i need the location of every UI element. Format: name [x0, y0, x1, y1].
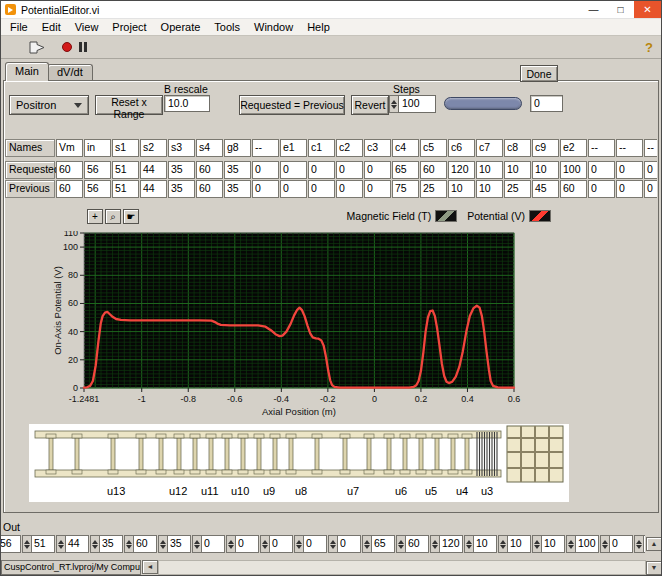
zoom-tool-icon[interactable]: ⌕ — [105, 209, 121, 224]
pan-tool-icon[interactable]: ☛ — [123, 209, 139, 224]
out-cell[interactable]: 56 — [1, 535, 21, 553]
requested-cell[interactable]: 0 — [364, 161, 391, 179]
requested-cell[interactable]: 35 — [168, 161, 195, 179]
out-cell[interactable]: 0 — [634, 535, 645, 553]
spinner-buttons[interactable] — [498, 535, 507, 553]
out-value[interactable]: 60 — [133, 535, 157, 553]
requested-cell[interactable]: 60 — [420, 161, 447, 179]
out-value[interactable]: 65 — [371, 535, 395, 553]
requested-cell[interactable]: 0 — [336, 161, 363, 179]
spinner-buttons[interactable] — [532, 535, 541, 553]
requested-cell[interactable]: 10 — [532, 161, 559, 179]
out-cell[interactable]: 65 — [362, 535, 395, 553]
spinner-buttons[interactable] — [294, 535, 303, 553]
spinner-buttons[interactable] — [600, 535, 609, 553]
steps-value[interactable]: 100 — [398, 95, 436, 113]
spinner-buttons[interactable] — [56, 535, 65, 553]
reset-x-range-button[interactable]: Reset x Range — [95, 95, 163, 115]
out-cell[interactable]: 51 — [22, 535, 55, 553]
out-cell[interactable]: 100 — [566, 535, 599, 553]
requested-cell[interactable]: 35 — [224, 161, 251, 179]
spinner-buttons[interactable] — [90, 535, 99, 553]
menu-item-view[interactable]: View — [68, 19, 106, 35]
out-value[interactable]: 44 — [65, 535, 89, 553]
requested-cell[interactable]: 44 — [140, 161, 167, 179]
out-value[interactable]: 10 — [473, 535, 497, 553]
menu-item-file[interactable]: File — [3, 19, 35, 35]
tab-dvdt[interactable]: dV/dt — [47, 64, 93, 80]
requested-cell[interactable]: 0 — [308, 161, 335, 179]
requested-cell[interactable]: 51 — [112, 161, 139, 179]
requested-cell[interactable]: 10 — [504, 161, 531, 179]
slider-value-input[interactable]: 0 — [530, 95, 563, 112]
scroll-left-button[interactable]: ◄ — [142, 560, 158, 574]
spinner-buttons[interactable] — [158, 535, 167, 553]
out-cell[interactable]: 10 — [498, 535, 531, 553]
spinner-buttons[interactable] — [396, 535, 405, 553]
out-value[interactable]: 56 — [1, 535, 21, 553]
help-icon[interactable]: ? — [645, 40, 653, 55]
spinner-buttons[interactable] — [226, 535, 235, 553]
requested-cell[interactable]: 0 — [280, 161, 307, 179]
tab-main[interactable]: Main — [5, 62, 49, 81]
out-value[interactable]: 120 — [439, 535, 463, 553]
spinner-buttons[interactable] — [362, 535, 371, 553]
steps-control[interactable]: 100 — [389, 95, 436, 113]
requested-cell[interactable]: 0 — [644, 161, 657, 179]
minimize-button[interactable]: — — [580, 1, 607, 18]
out-cell[interactable]: 120 — [430, 535, 463, 553]
menu-item-window[interactable]: Window — [247, 19, 300, 35]
spinner-buttons[interactable] — [192, 535, 201, 553]
scroll-down-button[interactable]: ▼ — [646, 561, 662, 575]
steps-spinner[interactable] — [389, 95, 398, 113]
out-cell[interactable]: 35 — [90, 535, 123, 553]
spinner-buttons[interactable] — [464, 535, 473, 553]
out-cell[interactable]: 35 — [158, 535, 191, 553]
menu-item-help[interactable]: Help — [300, 19, 337, 35]
done-button[interactable]: Done — [520, 65, 558, 82]
spinner-buttons[interactable] — [260, 535, 269, 553]
out-cell[interactable]: 60 — [124, 535, 157, 553]
requested-cell[interactable]: 60 — [56, 161, 83, 179]
spinner-buttons[interactable] — [328, 535, 337, 553]
out-value[interactable]: 35 — [167, 535, 191, 553]
spinner-buttons[interactable] — [566, 535, 575, 553]
horizontal-scrollbar[interactable] — [158, 560, 646, 575]
close-button[interactable]: ✕ — [634, 1, 661, 18]
b-rescale-input[interactable]: 10.0 — [164, 95, 210, 112]
out-cell[interactable]: 60 — [396, 535, 429, 553]
menu-item-project[interactable]: Project — [105, 19, 153, 35]
requested-cell[interactable]: 100 — [560, 161, 587, 179]
requested-cell[interactable]: 65 — [392, 161, 419, 179]
menu-item-operate[interactable]: Operate — [154, 19, 208, 35]
requested-equals-previous-button[interactable]: Requested = Previous — [239, 95, 345, 115]
out-cell[interactable]: 0 — [294, 535, 327, 553]
maximize-button[interactable]: □ — [607, 1, 634, 18]
out-value[interactable]: 60 — [405, 535, 429, 553]
out-value[interactable]: 10 — [541, 535, 565, 553]
out-cell[interactable]: 0 — [192, 535, 225, 553]
out-value[interactable]: 10 — [507, 535, 531, 553]
out-value[interactable]: 100 — [575, 535, 599, 553]
out-value[interactable]: 51 — [31, 535, 55, 553]
out-value[interactable]: 0 — [201, 535, 225, 553]
menu-item-tools[interactable]: Tools — [207, 19, 247, 35]
out-value[interactable]: 0 — [337, 535, 361, 553]
spinner-buttons[interactable] — [22, 535, 31, 553]
out-cell[interactable]: 0 — [328, 535, 361, 553]
requested-cell[interactable]: 10 — [476, 161, 503, 179]
potential-plot[interactable]: -1.2481-1-0.8-0.6-0.4-0.200.20.40.602040… — [51, 231, 556, 421]
out-value[interactable]: 0 — [269, 535, 293, 553]
out-value[interactable]: 0 — [609, 535, 633, 553]
steps-slider[interactable] — [444, 97, 522, 110]
out-value[interactable]: 35 — [99, 535, 123, 553]
out-value[interactable]: 0 — [303, 535, 327, 553]
menu-item-edit[interactable]: Edit — [35, 19, 68, 35]
out-value[interactable]: 0 — [235, 535, 259, 553]
requested-cell[interactable]: 0 — [616, 161, 643, 179]
species-selector[interactable]: Positron — [9, 95, 89, 115]
requested-cell[interactable]: 0 — [588, 161, 615, 179]
spinner-buttons[interactable] — [430, 535, 439, 553]
out-cell[interactable]: 0 — [260, 535, 293, 553]
out-cell[interactable]: 0 — [226, 535, 259, 553]
